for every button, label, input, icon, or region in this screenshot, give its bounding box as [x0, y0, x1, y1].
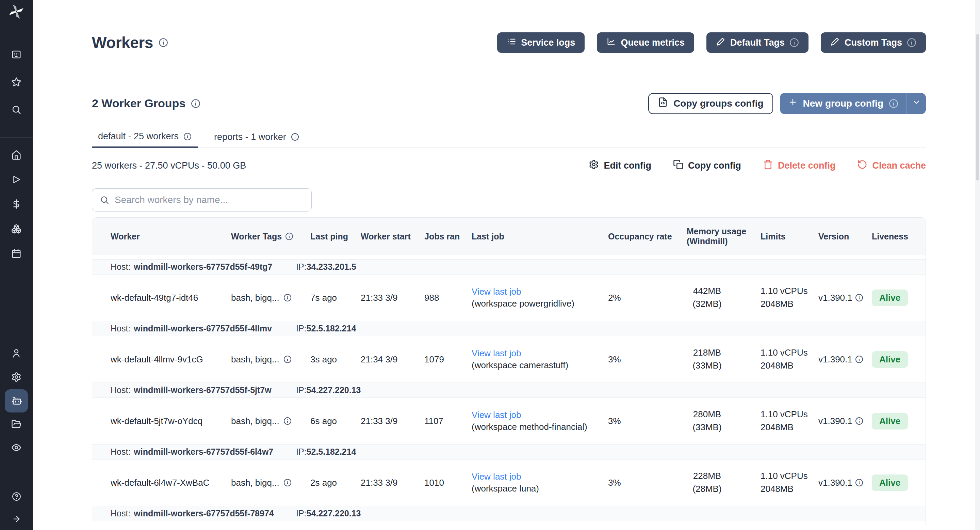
jobs-ran: 988: [424, 292, 472, 303]
table-header: Worker Worker Tags Last ping Worker star…: [92, 218, 926, 255]
worker-start: 21:34 3/9: [361, 354, 424, 365]
tab-default[interactable]: default - 25 workers: [92, 131, 198, 148]
sidebar-item-apps[interactable]: [10, 48, 22, 61]
copy-groups-config-button[interactable]: Copy groups config: [648, 93, 773, 114]
scrollbar-thumb[interactable]: [976, 34, 979, 180]
group-summary: 25 workers - 27.50 vCPUs - 50.00 GB: [92, 160, 246, 171]
view-last-job-link[interactable]: View last job: [472, 286, 521, 298]
sidebar-item-search-icon[interactable]: [10, 104, 22, 116]
queue-metrics-button[interactable]: Queue metrics: [597, 32, 694, 53]
last-job-workspace: (workspace camerastuff): [472, 360, 568, 370]
copy-groups-config-label: Copy groups config: [673, 98, 763, 109]
host-name: windmill-workers-67757d55f-5jt7w: [134, 385, 271, 395]
last-ping: 6s ago: [310, 416, 361, 426]
delete-config-button[interactable]: Delete config: [763, 160, 836, 172]
search-workers-input[interactable]: [115, 195, 304, 205]
edit-config-button[interactable]: Edit config: [589, 160, 651, 172]
tags-info-icon[interactable]: [283, 355, 292, 364]
liveness-badge: Alive: [872, 474, 908, 491]
host-row: Host:windmill-workers-67757d55f-78974 IP…: [92, 506, 926, 521]
worker-start: 21:33 3/9: [361, 292, 424, 303]
file-code-icon: [658, 97, 668, 110]
host-ip: 52.5.182.214: [307, 324, 356, 333]
view-last-job-link[interactable]: View last job: [472, 347, 521, 359]
workers-table: Worker Worker Tags Last ping Worker star…: [92, 217, 926, 525]
occupancy-rate: 3%: [608, 354, 687, 365]
new-group-config-button[interactable]: New group config: [780, 93, 926, 114]
worker-groups-info-icon[interactable]: [191, 99, 200, 108]
main-content: Workers Service logs Queue metrics: [33, 0, 980, 530]
memory-usage-windmill: (32MB): [692, 299, 721, 309]
service-logs-button[interactable]: Service logs: [497, 32, 585, 53]
trash-icon: [763, 160, 773, 172]
sidebar-item-runs-play-icon[interactable]: [10, 173, 22, 186]
memory-usage-windmill: (28MB): [692, 484, 721, 494]
col-memory: Memory usage (Windmill): [687, 227, 760, 246]
memory-usage: 218MB: [693, 347, 721, 358]
memory-usage: 228MB: [693, 471, 721, 481]
custom-tags-info-icon[interactable]: [907, 38, 916, 47]
host-row: Host:windmill-workers-67757d55f-49tg7 IP…: [92, 259, 926, 275]
version-info-icon[interactable]: [855, 417, 863, 425]
clean-cache-label: Clean cache: [872, 160, 926, 171]
sidebar-item-users-icon[interactable]: [10, 347, 22, 359]
col-occupancy: Occupancy rate: [608, 231, 687, 241]
sidebar-item-usage-dollar-icon[interactable]: [10, 198, 22, 210]
sidebar-item-schedules-calendar-icon[interactable]: [10, 247, 22, 260]
last-ping: 2s ago: [310, 477, 361, 488]
jobs-ran: 1010: [424, 477, 472, 488]
memory-usage-windmill: (33MB): [692, 422, 721, 432]
tab-reports-info-icon[interactable]: [291, 133, 299, 141]
occupancy-rate: 3%: [608, 416, 687, 426]
last-ping: 3s ago: [310, 354, 361, 365]
pencil-icon: [830, 37, 840, 49]
version-info-icon[interactable]: [855, 479, 863, 487]
new-group-config-info-icon[interactable]: [889, 99, 898, 108]
tab-default-info-icon[interactable]: [183, 132, 192, 140]
window-scrollbar[interactable]: [975, 0, 980, 530]
help-icon[interactable]: [10, 490, 22, 503]
worker-tags-info-icon[interactable]: [285, 232, 293, 241]
view-last-job-link[interactable]: View last job: [472, 471, 521, 483]
edit-config-label: Edit config: [604, 160, 651, 171]
sidebar-item-audit-eye-icon[interactable]: [10, 441, 22, 454]
copy-config-button[interactable]: Copy config: [673, 160, 741, 172]
default-tags-button[interactable]: Default Tags: [706, 32, 808, 53]
tab-reports[interactable]: reports - 1 worker: [208, 131, 305, 147]
expand-sidebar-arrow-icon[interactable]: [10, 512, 22, 525]
worker-name: wk-default-4llmv-9v1cG: [111, 354, 231, 365]
sidebar-divider: [0, 22, 33, 22]
worker-row: wk-default-6l4w7-XwBaC bash, bigq... 2s …: [92, 460, 926, 506]
worker-start: 21:33 3/9: [361, 477, 424, 488]
memory-usage: 280MB: [693, 409, 721, 419]
custom-tags-button[interactable]: Custom Tags: [821, 32, 926, 53]
sidebar-item-workers-robot-icon[interactable]: [5, 390, 28, 412]
default-tags-label: Default Tags: [730, 37, 785, 48]
tags-info-icon[interactable]: [283, 479, 292, 487]
tags-info-icon[interactable]: [283, 294, 292, 302]
version-info-icon[interactable]: [855, 355, 863, 364]
worker-tags: bash, bigq...: [231, 354, 279, 365]
view-last-job-link[interactable]: View last job: [472, 409, 521, 421]
sidebar-item-folders-icon[interactable]: [10, 418, 22, 430]
liveness-badge: Alive: [872, 413, 908, 429]
sidebar-item-resources-cubes-icon[interactable]: [10, 223, 22, 235]
tags-info-icon[interactable]: [283, 417, 292, 425]
chevron-down-icon: [912, 97, 921, 109]
worker-name: wk-default-49tg7-idt46: [111, 292, 231, 303]
default-tags-info-icon[interactable]: [789, 38, 799, 47]
worker-tags: bash, bigq...: [231, 416, 279, 426]
worker-version: v1.390.1: [818, 354, 853, 365]
version-info-icon[interactable]: [855, 294, 863, 302]
queue-metrics-label: Queue metrics: [620, 37, 685, 48]
workers-info-icon[interactable]: [159, 38, 168, 47]
new-group-config-dropdown[interactable]: [907, 93, 926, 114]
sidebar-item-favorites-star-icon[interactable]: [10, 76, 22, 88]
plus-icon: [788, 97, 798, 109]
sidebar-item-settings-gear-icon[interactable]: [10, 371, 22, 383]
clean-cache-button[interactable]: Clean cache: [857, 160, 926, 172]
sidebar-item-home-icon[interactable]: [10, 149, 22, 161]
windmill-logo-icon[interactable]: [0, 3, 33, 21]
delete-config-label: Delete config: [778, 160, 836, 171]
col-limits: Limits: [760, 231, 818, 241]
